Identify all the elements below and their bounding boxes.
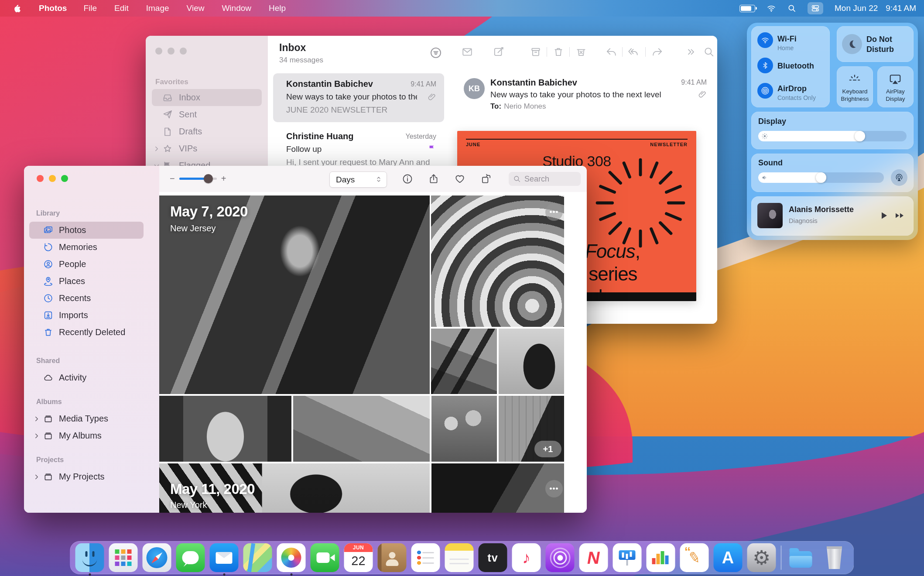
play-button[interactable] [879, 210, 889, 221]
menu-item[interactable]: Image [146, 3, 169, 13]
dock-icon-trash[interactable] [820, 543, 849, 572]
photo-thumbnail[interactable] [431, 195, 564, 327]
dock-icon-contacts[interactable] [378, 543, 407, 572]
minimize-button[interactable] [49, 175, 56, 182]
airplay-audio-button[interactable] [891, 169, 907, 186]
dock-icon-photos[interactable] [277, 543, 306, 572]
zoom-slider[interactable]: − + [170, 174, 226, 184]
chevron-right-icon[interactable] [33, 415, 41, 423]
get-mail-icon[interactable] [462, 46, 473, 58]
display-brightness-slider[interactable] [758, 131, 907, 141]
minimize-button[interactable] [168, 48, 175, 55]
timeline-scale-select[interactable]: Days [329, 171, 387, 188]
dock-icon-settings[interactable]: ⚙ [747, 543, 776, 572]
zoom-out-label[interactable]: − [170, 174, 175, 184]
zoom-button[interactable] [61, 175, 68, 182]
display-slider-knob[interactable] [855, 131, 865, 141]
dock-icon-news[interactable]: N [579, 543, 608, 572]
dock-icon-messages[interactable] [176, 543, 205, 572]
sidebar-item[interactable]: People [29, 256, 144, 273]
spotlight-search-icon[interactable] [787, 4, 796, 13]
mail-sidebar-item[interactable]: Sent [152, 106, 262, 123]
close-button[interactable] [155, 48, 162, 55]
sidebar-item[interactable]: Recents [29, 290, 144, 307]
dock-divider[interactable] [781, 545, 782, 570]
chevron-right-icon[interactable] [153, 145, 161, 153]
dock-icon-podcasts[interactable] [546, 543, 575, 572]
dock-icon-pages[interactable]: ✎ [680, 543, 709, 572]
sidebar-item[interactable]: My Projects [29, 468, 144, 485]
mail-sidebar-item[interactable]: Inbox [152, 89, 262, 106]
dock-icon-reminders[interactable] [411, 543, 440, 572]
dock-icon-tv[interactable]: tv [479, 543, 507, 572]
dock-icon-downloads[interactable] [787, 543, 815, 572]
dock-icon-calendar[interactable]: JUN 22 [344, 543, 373, 572]
wifi-toggle[interactable] [757, 32, 773, 48]
dock-icon-safari[interactable] [143, 543, 171, 572]
menu-item[interactable]: Window [222, 3, 251, 13]
photo-thumbnail[interactable] [293, 396, 430, 462]
more-toolbar-icon[interactable] [685, 46, 697, 58]
zoom-slider-knob[interactable] [204, 174, 213, 183]
photos-search-field[interactable] [509, 172, 581, 186]
dnd-card[interactable]: Do Not Disturb [837, 26, 914, 62]
menubar-time[interactable]: 9:41 AM [886, 3, 916, 13]
archive-icon[interactable] [530, 46, 541, 58]
mail-sidebar-item[interactable]: VIPs [152, 140, 262, 157]
more-options-button[interactable]: ••• [545, 480, 563, 497]
apple-menu-icon[interactable] [13, 4, 22, 13]
sidebar-item[interactable]: Recently Deleted [29, 324, 144, 341]
battery-icon[interactable] [739, 5, 755, 12]
filter-icon[interactable] [429, 46, 442, 59]
more-options-button[interactable]: ••• [545, 203, 563, 221]
reply-icon[interactable] [606, 46, 617, 58]
bluetooth-toggle[interactable] [757, 58, 773, 73]
photo-thumbnail[interactable] [431, 396, 497, 462]
keyboard-brightness-card[interactable]: Keyboard Brightness [837, 66, 873, 107]
dock-icon-notes[interactable] [445, 543, 474, 572]
more-photos-badge[interactable]: +1 [534, 441, 561, 457]
dock-icon-launchpad[interactable] [109, 543, 138, 572]
menu-app-name[interactable]: Photos [39, 3, 67, 13]
compose-icon[interactable] [493, 46, 504, 58]
airdrop-toggle[interactable] [757, 83, 773, 99]
forward-icon[interactable] [652, 46, 663, 58]
volume-slider[interactable] [758, 172, 884, 183]
share-icon[interactable] [428, 173, 439, 185]
zoom-in-label[interactable]: + [221, 174, 226, 184]
sidebar-item[interactable]: Imports [29, 307, 144, 324]
dock-icon-music[interactable]: ♪ [512, 543, 541, 572]
photo-thumbnail[interactable] [159, 396, 291, 462]
photo-thumbnail[interactable] [499, 329, 564, 394]
sidebar-item[interactable]: Memories [29, 239, 144, 256]
menu-item[interactable]: Help [269, 3, 286, 13]
dock-icon-numbers[interactable] [647, 543, 675, 572]
photo-thumbnail[interactable] [431, 463, 564, 513]
menubar-date[interactable]: Mon Jun 22 [835, 3, 878, 13]
dock-icon-mail[interactable] [210, 543, 239, 572]
zoom-button[interactable] [180, 48, 187, 55]
chevron-right-icon[interactable] [33, 473, 41, 481]
chevron-right-icon[interactable] [33, 432, 41, 440]
dock-icon-maps[interactable] [243, 543, 272, 572]
rotate-icon[interactable] [480, 173, 492, 185]
delete-icon[interactable] [553, 46, 564, 58]
dock-icon-finder[interactable] [75, 543, 104, 572]
sidebar-item[interactable]: My Albums [29, 427, 144, 444]
sidebar-item[interactable]: Media Types [29, 410, 144, 427]
menu-item[interactable]: Edit [114, 3, 129, 13]
volume-slider-knob[interactable] [816, 172, 826, 183]
junk-icon[interactable] [575, 46, 587, 58]
dock-icon-facetime[interactable] [311, 543, 339, 572]
menu-item[interactable]: File [83, 3, 97, 13]
message-row-selected[interactable]: Konstantin Babichev 9:41 AM New ways to … [273, 73, 444, 122]
fast-forward-button[interactable] [893, 210, 906, 221]
close-button[interactable] [37, 175, 44, 182]
photo-thumbnail[interactable] [431, 329, 497, 394]
reply-all-icon[interactable] [627, 46, 639, 58]
favorite-heart-icon[interactable] [454, 173, 465, 185]
search-input[interactable] [524, 174, 573, 184]
dock-icon-appstore[interactable]: A [714, 543, 743, 572]
dock-icon-keynote[interactable] [613, 543, 642, 572]
wifi-menu-icon[interactable] [767, 3, 776, 13]
